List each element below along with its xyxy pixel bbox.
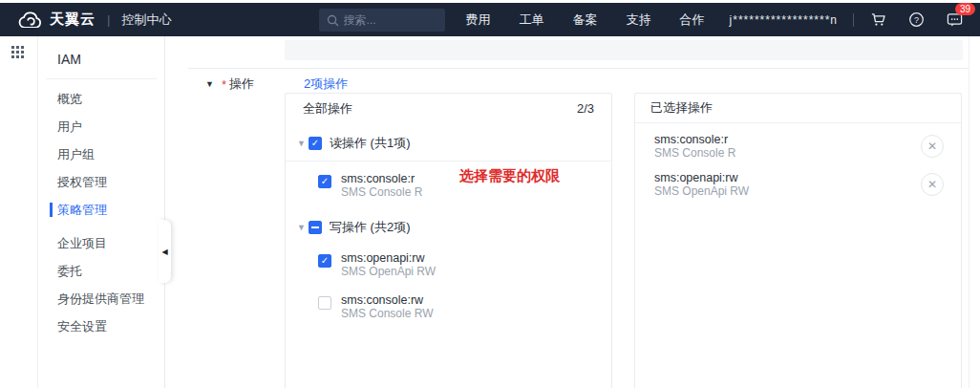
required-mark: *: [222, 77, 226, 92]
svg-text:?: ?: [914, 15, 919, 25]
all-operations-panel: 全部操作 2/3 ▼ 读操作 (共1项) sms:console:r SMS C…: [285, 93, 612, 388]
all-ops-counter: 2/3: [577, 101, 594, 116]
op-group-label: 读操作 (共1项): [330, 135, 411, 152]
op-checkbox[interactable]: [318, 254, 331, 268]
remove-icon[interactable]: ✕: [921, 135, 944, 158]
op-group-label: 写操作 (共2项): [330, 219, 411, 236]
brand-divider: |: [107, 12, 110, 27]
selected-ops-link[interactable]: 2项操作: [304, 75, 348, 93]
section-divider: [188, 68, 969, 69]
op-code: sms:console:r: [654, 133, 735, 146]
brand[interactable]: 天翼云: [17, 11, 96, 29]
cart-icon[interactable]: [869, 11, 886, 29]
op-name: SMS Console RW: [341, 307, 433, 320]
navbar-links: 费用 工单 备案 支持 合作: [466, 11, 705, 29]
sidebar-item-policy-management[interactable]: 策略管理: [38, 196, 164, 224]
selected-ops-title: 已选择操作: [650, 99, 713, 117]
scrollbar-track[interactable]: [969, 36, 980, 388]
nav-link-filing[interactable]: 备案: [573, 11, 598, 29]
nav-link-billing[interactable]: 费用: [466, 11, 491, 29]
op-code: sms:openapi:rw: [341, 251, 436, 265]
navbar-icons: ? 39: [869, 11, 963, 29]
op-code: sms:console:r: [341, 172, 422, 185]
op-item-sms-openapi-rw[interactable]: sms:openapi:rw SMS OpenApi RW: [318, 251, 611, 278]
op-name: SMS OpenApi RW: [341, 265, 436, 278]
group-checkbox-write[interactable]: [309, 221, 322, 234]
navbar-search: [319, 9, 445, 32]
operation-field-row: ▼ * 操作: [205, 75, 254, 93]
op-name: SMS Console R: [341, 185, 422, 199]
collapse-caret-icon[interactable]: ▼: [205, 79, 214, 89]
message-icon[interactable]: 39: [946, 11, 963, 29]
app-strip: [0, 36, 38, 388]
op-checkbox[interactable]: [318, 175, 331, 188]
sidebar-item-security-settings[interactable]: 安全设置: [38, 313, 164, 340]
sidebar-item-delegation[interactable]: 委托: [38, 257, 164, 285]
username[interactable]: j******************n: [730, 13, 838, 27]
sidebar-item-overview[interactable]: 概览: [38, 85, 164, 113]
all-ops-title: 全部操作: [303, 100, 352, 118]
selected-item-sms-openapi-rw: sms:openapi:rw SMS OpenApi RW ✕: [635, 162, 961, 200]
navbar-divider: [853, 13, 854, 27]
help-icon[interactable]: ?: [907, 11, 925, 29]
op-name: SMS Console R: [654, 146, 735, 160]
nav-link-ticket[interactable]: 工单: [520, 11, 544, 29]
sidebar-item-authorization[interactable]: 授权管理: [38, 168, 164, 196]
top-navbar: 天翼云 | 控制中心 费用 工单 备案 支持 合作 j*************…: [0, 3, 980, 36]
app-launcher-icon[interactable]: [11, 46, 26, 60]
tree-divider: [286, 161, 611, 162]
sidebar-collapse-handle[interactable]: ◀: [159, 220, 171, 283]
selected-operations-panel: 已选择操作 sms:console:r SMS Console R ✕ sms:…: [634, 93, 962, 388]
chevron-down-icon[interactable]: ▼: [297, 139, 309, 148]
console-center-link[interactable]: 控制中心: [121, 11, 171, 29]
op-code: sms:openapi:rw: [654, 171, 749, 184]
selected-item-sms-console-r: sms:console:r SMS Console R ✕: [635, 123, 961, 162]
sidebar-item-identity-provider[interactable]: 身份提供商管理: [38, 285, 164, 313]
sidebar: IAM 概览 用户 用户组 授权管理 策略管理 企业项目 委托 身份提供商管理 …: [38, 36, 165, 388]
sidebar-item-user-groups[interactable]: 用户组: [38, 140, 164, 168]
nav-link-cooperation[interactable]: 合作: [680, 11, 705, 29]
op-item-sms-console-rw[interactable]: sms:console:rw SMS Console RW: [318, 293, 611, 320]
red-annotation: 选择需要的权限: [459, 167, 560, 185]
group-checkbox-read[interactable]: [309, 137, 322, 150]
op-group-read[interactable]: ▼ 读操作 (共1项): [297, 135, 611, 152]
nav-link-support[interactable]: 支持: [627, 11, 651, 29]
sidebar-divider: [46, 78, 157, 79]
search-icon: [327, 13, 339, 26]
main-content: ▼ * 操作 2项操作 全部操作 2/3 ▼ 读操作 (共1项) sms:con…: [188, 36, 969, 388]
remove-icon[interactable]: ✕: [921, 173, 944, 196]
op-code: sms:console:rw: [341, 293, 433, 307]
op-name: SMS OpenApi RW: [654, 184, 749, 198]
brand-name: 天翼云: [50, 11, 96, 29]
cloud-logo-icon: [17, 11, 42, 28]
sidebar-title: IAM: [38, 36, 164, 78]
op-checkbox[interactable]: [318, 296, 331, 310]
sidebar-item-enterprise-projects[interactable]: 企业项目: [38, 229, 164, 257]
notification-badge: 39: [955, 3, 975, 15]
sidebar-item-users[interactable]: 用户: [38, 113, 164, 140]
chevron-down-icon[interactable]: ▼: [297, 223, 309, 232]
scrolled-section-remnant: [285, 40, 963, 60]
field-label: 操作: [229, 75, 254, 93]
op-group-write[interactable]: ▼ 写操作 (共2项): [297, 219, 611, 236]
